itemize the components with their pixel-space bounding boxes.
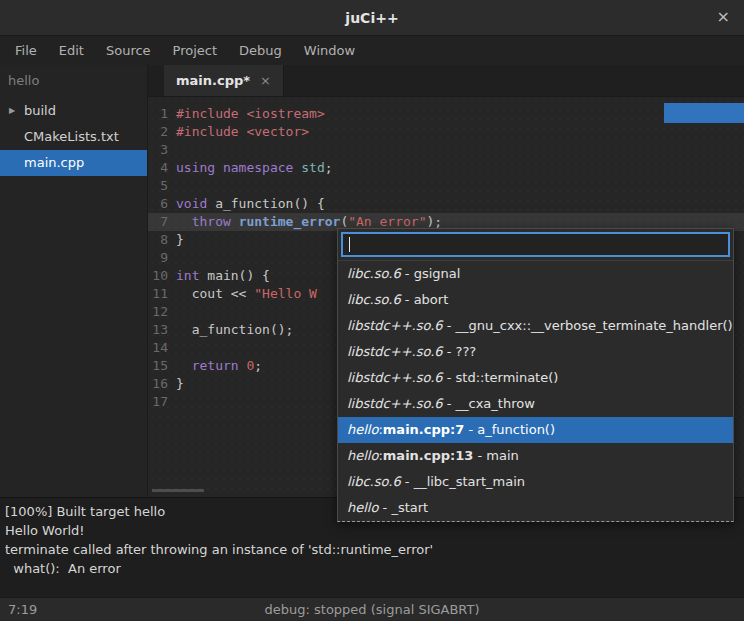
popup-item-segment: - gsignal [401, 266, 461, 281]
code-token [176, 214, 192, 229]
menu-edit[interactable]: Edit [48, 36, 95, 65]
popup-item-5[interactable]: libstdc++.so.6 - __cxa_throw [338, 391, 733, 417]
text-caret [349, 237, 350, 252]
line-number: 8 [148, 231, 172, 249]
line-text: #include <iostream> [172, 105, 325, 123]
code-token: "Hello W [254, 286, 317, 301]
code-token: ; [254, 358, 262, 373]
popup-item-3[interactable]: libstdc++.so.6 - ??? [338, 339, 733, 365]
code-line-5[interactable]: 5 [148, 177, 744, 195]
vertical-scrollbar-thumb[interactable] [664, 103, 744, 123]
close-icon[interactable]: × [717, 8, 730, 26]
statusbar: 7:19 debug: stopped (signal SIGABRT) [0, 597, 744, 620]
code-line-4[interactable]: 4using namespace std; [148, 159, 744, 177]
console-line-2: terminate called after throwing an insta… [5, 540, 739, 559]
cursor-position: 7:19 [8, 602, 37, 617]
code-token: cout << [176, 286, 254, 301]
code-token: "An error" [348, 214, 426, 229]
tree-item-cmakelists-txt[interactable]: CMakeLists.txt [0, 124, 147, 150]
code-token [231, 214, 239, 229]
line-text: cout << "Hello W [172, 285, 317, 303]
popup-item-0[interactable]: libc.so.6 - gsignal [338, 261, 733, 287]
code-token: runtime_error [239, 214, 341, 229]
console-line-1: Hello World! [5, 521, 739, 540]
tab-close-icon[interactable]: × [260, 73, 271, 88]
popup-item-segment: libc.so.6 [347, 266, 401, 281]
tree-item-main-cpp[interactable]: main.cpp [0, 150, 147, 176]
popup-item-2[interactable]: libstdc++.so.6 - __gnu_cxx::__verbose_te… [338, 313, 733, 339]
line-number: 13 [148, 321, 172, 339]
menu-source[interactable]: Source [95, 36, 162, 65]
popup-item-segment: - __cxa_throw [443, 396, 535, 411]
popup-item-9[interactable]: hello - _start [338, 495, 733, 521]
line-text: } [172, 231, 184, 249]
tab-label: main.cpp* [176, 73, 250, 88]
code-line-6[interactable]: 6void a_function() { [148, 195, 744, 213]
line-number: 14 [148, 339, 172, 357]
code-token: } [176, 376, 184, 391]
popup-item-6[interactable]: hello:main.cpp:7 - a_function() [338, 417, 733, 443]
code-line-3[interactable]: 3 [148, 141, 744, 159]
popup-item-segment: - _start [378, 500, 428, 515]
popup-item-segment: libstdc++.so.6 [347, 344, 443, 359]
code-token: a_function(); [176, 322, 293, 337]
line-number: 15 [148, 357, 172, 375]
line-text: #include <vector> [172, 123, 309, 141]
line-text [172, 303, 176, 321]
popup-search-input[interactable] [341, 232, 730, 257]
tree-item-build[interactable]: ▶build [0, 98, 147, 124]
code-line-1[interactable]: 1#include <iostream> [148, 105, 744, 123]
project-label: hello [0, 65, 147, 98]
backtrace-popup: libc.so.6 - gsignallibc.so.6 - abortlibs… [337, 228, 734, 522]
horizontal-scrollbar-thumb[interactable] [152, 489, 204, 492]
popup-item-8[interactable]: libc.so.6 - __libc_start_main [338, 469, 733, 495]
popup-item-segment: - ??? [443, 344, 477, 359]
code-token: } [176, 232, 184, 247]
menu-window[interactable]: Window [293, 36, 366, 65]
code-line-2[interactable]: 2#include <vector> [148, 123, 744, 141]
code-token: int [176, 268, 199, 283]
menu-debug[interactable]: Debug [228, 36, 293, 65]
popup-item-segment: libc.so.6 [347, 474, 401, 489]
line-number: 10 [148, 267, 172, 285]
code-token: void [176, 196, 207, 211]
line-text [172, 177, 176, 195]
line-number: 3 [148, 141, 172, 159]
line-text: return 0; [172, 357, 262, 375]
popup-item-4[interactable]: libstdc++.so.6 - std::terminate() [338, 365, 733, 391]
line-number: 16 [148, 375, 172, 393]
popup-item-segment: libc.so.6 [347, 292, 401, 307]
line-number: 4 [148, 159, 172, 177]
popup-item-7[interactable]: hello:main.cpp:13 - main [338, 443, 733, 469]
popup-item-segment: libstdc++.so.6 [347, 318, 443, 333]
menu-file[interactable]: File [4, 36, 48, 65]
popup-item-segment: libstdc++.so.6 [347, 370, 443, 385]
popup-item-segment: - abort [401, 292, 449, 307]
chevron-right-icon[interactable]: ▶ [9, 98, 15, 124]
line-text: void a_function() { [172, 195, 325, 213]
line-number: 5 [148, 177, 172, 195]
console-line-3: what(): An error [5, 559, 739, 578]
tree-item-label: main.cpp [0, 150, 147, 176]
line-text: } [172, 375, 184, 393]
tab-main-cpp[interactable]: main.cpp*× [164, 65, 284, 96]
line-number: 7 [148, 213, 172, 231]
line-number: 17 [148, 393, 172, 411]
line-number: 2 [148, 123, 172, 141]
code-token: a_function() { [207, 196, 324, 211]
debug-status: debug: stopped (signal SIGABRT) [265, 602, 480, 617]
line-text [172, 339, 176, 357]
line-text [172, 393, 176, 411]
window-title: juCi++ [345, 10, 398, 26]
popup-item-segment: hello [347, 500, 378, 515]
popup-item-segment: main.cpp:13 [383, 448, 474, 463]
menubar: FileEditSourceProjectDebugWindow [0, 36, 744, 65]
line-number: 11 [148, 285, 172, 303]
menu-project[interactable]: Project [162, 36, 228, 65]
code-token [176, 358, 192, 373]
line-number: 9 [148, 249, 172, 267]
line-text: a_function(); [172, 321, 293, 339]
line-text: int main() { [172, 267, 270, 285]
popup-item-1[interactable]: libc.so.6 - abort [338, 287, 733, 313]
popup-item-segment: - __libc_start_main [401, 474, 525, 489]
